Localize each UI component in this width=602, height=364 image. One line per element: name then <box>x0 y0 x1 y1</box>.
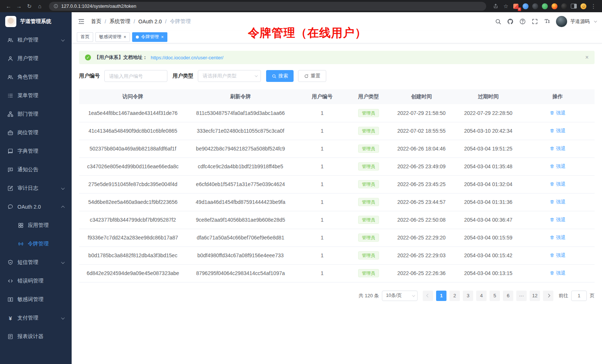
page-button-1[interactable]: 1 <box>436 291 446 301</box>
sidebar-item-tenant[interactable]: 租户管理 <box>0 31 72 49</box>
actions-cell: 强退 <box>521 229 595 246</box>
force-logout-button[interactable]: 强退 <box>550 216 566 223</box>
reload-button[interactable]: ↻ <box>24 1 34 11</box>
extension-grid-icon[interactable]: 0 <box>511 2 520 11</box>
next-page-button[interactable] <box>543 291 553 301</box>
sidebar-item-menu[interactable]: 菜单管理 <box>0 86 72 105</box>
search-icon[interactable] <box>495 18 501 25</box>
back-button[interactable]: ← <box>4 1 13 11</box>
browser-chrome: ← → ↻ ⌂ 127.0.0.1:1024/system/oauth2/tok… <box>0 0 602 12</box>
sidebar-item-notice[interactable]: 通知公告 <box>0 161 72 179</box>
browser-menu-dots-icon[interactable]: ⋮ <box>589 1 598 11</box>
close-icon[interactable]: × <box>585 54 589 61</box>
chevron-down-icon[interactable] <box>594 19 597 22</box>
table-row: 6d842e2924594de9a09e45e087323abe 8796295… <box>79 264 595 282</box>
tab-home[interactable]: 首页 <box>77 32 93 42</box>
sidebar-item-app-management[interactable]: 应用管理 <box>0 216 72 235</box>
breadcrumb: 首页 / 系统管理 / OAuth 2.0 / 令牌管理 <box>91 18 191 25</box>
force-logout-button[interactable]: 强退 <box>550 252 566 259</box>
sidebar-item-label: 通知公告 <box>17 166 64 173</box>
sidebar-item-post[interactable]: 岗位管理 <box>0 123 72 142</box>
force-logout-button[interactable]: 强退 <box>550 181 566 188</box>
sidebar-item-label: 敏感词管理 <box>17 296 64 303</box>
sidebar-item-label: 短信管理 <box>17 259 62 266</box>
breadcrumb-system[interactable]: 系统管理 <box>109 18 130 25</box>
blue-extension-icon[interactable] <box>523 3 529 9</box>
breadcrumb-home[interactable]: 首页 <box>91 18 101 25</box>
refresh-icon <box>304 74 309 79</box>
user-name[interactable]: 芋道源码 <box>570 18 590 25</box>
dark-extension-icon[interactable] <box>532 3 538 9</box>
green-extension-icon[interactable] <box>542 3 548 9</box>
collapse-sidebar-icon[interactable] <box>78 18 85 25</box>
force-logout-button[interactable]: 强退 <box>550 163 566 170</box>
sidebar-item-sensitive-words[interactable]: 敏感词管理 <box>0 290 72 309</box>
force-logout-button[interactable]: 强退 <box>550 110 566 116</box>
chevron-down-icon <box>61 186 65 190</box>
breadcrumb-oauth[interactable]: OAuth 2.0 <box>138 19 162 24</box>
page-size-select[interactable]: 10条/页 <box>382 291 418 301</box>
refresh-token-cell: 8796295f04064c2983414cc54af1097a <box>187 264 294 282</box>
close-icon[interactable]: × <box>161 35 164 39</box>
reset-button-label: 重置 <box>311 73 320 79</box>
page-button-3[interactable]: 3 <box>463 291 473 301</box>
github-icon[interactable] <box>507 18 514 25</box>
split-view-icon[interactable] <box>571 4 577 9</box>
sidebar-item-audit-log[interactable]: 审计日志 <box>0 179 72 198</box>
font-size-icon[interactable] <box>544 18 550 25</box>
force-logout-button[interactable]: 强退 <box>550 199 566 205</box>
user-type-select[interactable]: 请选择用户类型 <box>198 70 261 82</box>
doc-link[interactable]: https://doc.iocoder.cn/user-center/ <box>151 55 223 60</box>
sidebar: 芋道管理系统 租户管理 用户管理 角色管理 菜单管理 部门管理 <box>0 12 72 364</box>
home-button[interactable]: ⌂ <box>35 1 45 11</box>
bookmark-star-icon[interactable]: ☆ <box>501 1 511 11</box>
sidebar-item-payment[interactable]: ¥ 支付管理 <box>0 309 72 327</box>
sidebar-item-dept[interactable]: 部门管理 <box>0 105 72 123</box>
chevron-down-icon <box>412 294 415 297</box>
reset-button[interactable]: 重置 <box>298 70 326 82</box>
user-id-input[interactable] <box>104 70 167 82</box>
flame-extension-icon[interactable] <box>552 3 557 9</box>
share-icon[interactable] <box>491 1 500 11</box>
sidebar-item-label: 错误码管理 <box>17 278 64 284</box>
page-button-5[interactable]: 5 <box>490 291 500 301</box>
created-cell: 2022-06-25 22:26:36 <box>387 264 456 282</box>
sidebar-item-role[interactable]: 角色管理 <box>0 68 72 86</box>
goto-page-input[interactable] <box>571 291 587 301</box>
site-info-icon[interactable] <box>53 4 58 9</box>
breadcrumb-current: 令牌管理 <box>170 18 191 25</box>
tab-token-management[interactable]: 令牌管理 × <box>132 32 167 42</box>
page-button-12[interactable]: 12 <box>530 291 540 301</box>
help-icon[interactable] <box>519 18 526 25</box>
browser-profile-avatar[interactable]: ☺ <box>580 3 586 9</box>
forward-button[interactable]: → <box>14 1 24 11</box>
refresh-token-cell: dfa6c71a50a54c66bef706ef9e6e8d81 <box>187 229 294 246</box>
address-bar[interactable]: 127.0.0.1:1024/system/oauth2/token <box>49 2 486 11</box>
force-logout-button[interactable]: 强退 <box>550 128 566 134</box>
sidebar-item-report-designer[interactable]: 报表设计器 <box>0 327 72 346</box>
search-button[interactable]: 搜索 <box>266 70 294 82</box>
close-icon[interactable]: × <box>124 35 126 39</box>
trash-icon <box>550 146 554 151</box>
force-logout-button[interactable]: 强退 <box>550 145 566 152</box>
force-logout-button[interactable]: 强退 <box>550 234 566 241</box>
page-button-6[interactable]: 6 <box>503 291 513 301</box>
sidebar-item-user[interactable]: 用户管理 <box>0 49 72 68</box>
sidebar-item-oauth[interactable]: OAuth 2.0 <box>0 198 72 216</box>
tab-sensitive-words[interactable]: 敏感词管理 × <box>95 32 130 42</box>
user-avatar[interactable] <box>556 16 567 27</box>
sidebar-item-dict[interactable]: 字典管理 <box>0 142 72 161</box>
sidebar-item-token-management[interactable]: 令牌管理 <box>0 235 72 253</box>
page-button-4[interactable]: 4 <box>476 291 487 301</box>
more-pages-button[interactable]: ··· <box>516 291 527 301</box>
force-logout-button[interactable]: 强退 <box>550 270 566 277</box>
report-doc-icon <box>7 334 13 340</box>
sidebar-item-sms[interactable]: 短信管理 <box>0 253 72 272</box>
fullscreen-icon[interactable] <box>531 18 538 25</box>
sidebar-item-error-code[interactable]: 错误码管理 <box>0 272 72 290</box>
page-button-2[interactable]: 2 <box>449 291 460 301</box>
app-logo[interactable]: 芋道管理系统 <box>0 12 72 31</box>
user-type-tag: 管理员 <box>358 127 379 135</box>
pin-extension-icon[interactable] <box>561 3 567 9</box>
prev-page-button[interactable] <box>423 291 433 301</box>
